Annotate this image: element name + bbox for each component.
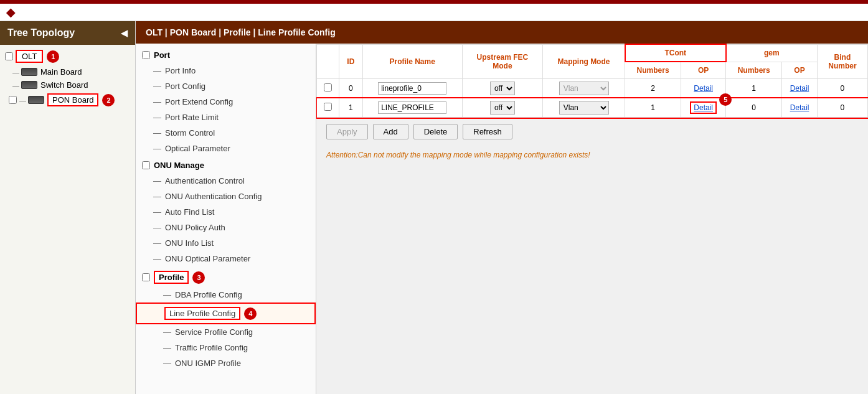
nav-item-onu-auth-config[interactable]: —ONU Authentication Config <box>136 189 316 204</box>
row1-profile-name-input[interactable] <box>378 101 446 114</box>
row0-tcont-numbers: 2 <box>625 79 681 98</box>
row0-tcont-op[interactable]: Detail <box>681 79 725 98</box>
row0-bind-number: 0 <box>817 79 867 98</box>
nav-item-port-extend-config[interactable]: —Port Extend Config <box>136 94 316 110</box>
th-tcont-numbers: Numbers <box>625 62 681 79</box>
profile-badge: 3 <box>192 271 205 284</box>
pon-board-checkbox[interactable] <box>9 96 17 104</box>
olt-row: OLT 1 <box>0 47 135 65</box>
row0-id: 0 <box>339 79 363 98</box>
row1-tcont-detail-link[interactable]: Detail <box>690 101 717 114</box>
add-button[interactable]: Add <box>373 124 408 139</box>
delete-button[interactable]: Delete <box>413 124 458 139</box>
tree-connector-3: — <box>19 96 26 104</box>
nav-item-onu-igmp-profile[interactable]: —ONU IGMP Profile <box>136 355 316 371</box>
sidebar: Tree Topology ◀ OLT 1 — Main Board — Swi… <box>0 21 136 394</box>
row1-profile-name[interactable] <box>362 98 462 118</box>
th-gem-op: OP <box>782 62 818 79</box>
row0-checkbox[interactable] <box>317 79 339 98</box>
row1-bind-number: 0 <box>817 98 867 118</box>
breadcrumb: OLT | PON Board | Profile | Line Profile… <box>136 21 868 44</box>
row0-fec-select[interactable]: off on <box>490 82 515 95</box>
row1-gem-op[interactable]: Detail <box>782 98 818 118</box>
nav-item-port-info[interactable]: —Port Info <box>136 63 316 78</box>
row0-upstream-fec[interactable]: off on <box>462 79 543 98</box>
port-checkbox[interactable] <box>142 51 150 59</box>
nav-item-port-rate-limit[interactable]: —Port Rate Limit <box>136 110 316 125</box>
main-panel: ID Profile Name Upstream FECMode Mapping… <box>316 44 868 394</box>
nav-item-dba-profile-config[interactable]: —DBA Profile Config <box>136 287 316 303</box>
olt-checkbox[interactable] <box>5 52 13 60</box>
th-id: ID <box>339 44 363 79</box>
content-body: Port —Port Info —Port Config —Port Exten… <box>136 44 868 394</box>
button-row: Apply Add Delete Refresh <box>316 118 868 146</box>
row1-mapping-select[interactable]: Vlan GemPort Priority <box>559 101 609 115</box>
th-gem-numbers: Numbers <box>726 62 782 79</box>
row1-fec-select[interactable]: off on <box>490 101 515 115</box>
th-mapping-mode: Mapping Mode <box>543 44 625 79</box>
th-bind-number: BindNumber <box>817 44 867 79</box>
table-row: 0 off on <box>317 79 868 98</box>
profile-checkbox[interactable] <box>142 273 150 281</box>
sidebar-tree: OLT 1 — Main Board — Switch Board — PON … <box>0 45 135 394</box>
sidebar-title: Tree Topology <box>7 27 75 39</box>
tree-connector-2: — <box>12 82 19 89</box>
apply-button[interactable]: Apply <box>326 124 368 139</box>
onu-manage-checkbox[interactable] <box>142 161 150 169</box>
nav-section-port: Port —Port Info —Port Config —Port Exten… <box>136 47 316 156</box>
onu-manage-header[interactable]: ONU Manage <box>136 157 316 173</box>
port-section-header[interactable]: Port <box>136 47 316 63</box>
nav-item-onu-optical-parameter[interactable]: —ONU Optical Parameter <box>136 251 316 266</box>
profile-section-header[interactable]: Profile 3 <box>136 268 316 287</box>
profile-label: Profile <box>154 271 189 284</box>
refresh-button[interactable]: Refresh <box>463 124 512 139</box>
row1-id: 1 <box>339 98 363 118</box>
nav-item-auth-control[interactable]: —Authentication Control <box>136 173 316 189</box>
row0-gem-op[interactable]: Detail <box>782 79 818 98</box>
row0-mapping-mode[interactable]: Vlan GemPort Priority <box>543 79 625 98</box>
nav-item-optical-parameter[interactable]: —Optical Parameter <box>136 141 316 156</box>
row1-gem-numbers: 0 <box>726 98 782 118</box>
switch-board-icon <box>21 81 37 89</box>
collapse-icon[interactable]: ◀ <box>121 28 128 38</box>
attention-text: Attention:Can not modify the mapping mod… <box>316 146 868 164</box>
onu-manage-label: ONU Manage <box>154 161 204 170</box>
pon-board-icon <box>28 96 44 104</box>
nav-item-storm-control[interactable]: —Storm Control <box>136 125 316 141</box>
nav-item-onu-info-list[interactable]: —ONU Info List <box>136 235 316 251</box>
tree-connector-1: — <box>12 68 19 76</box>
th-tcont-op: OP <box>681 62 725 79</box>
switch-board-row: — Switch Board <box>0 78 135 91</box>
switch-board-label[interactable]: Switch Board <box>40 80 88 90</box>
nav-item-auto-find-list[interactable]: —Auto Find List <box>136 204 316 220</box>
nav-item-port-config[interactable]: —Port Config <box>136 78 316 94</box>
content-area: OLT | PON Board | Profile | Line Profile… <box>136 21 868 394</box>
nav-section-profile: Profile 3 —DBA Profile Config Line Profi… <box>136 268 316 371</box>
row0-profile-name-input[interactable] <box>378 82 446 95</box>
logo-bar: ◆ <box>0 4 868 21</box>
line-profile-badge: 4 <box>244 307 257 320</box>
port-label: Port <box>154 50 170 60</box>
pon-board-badge: 2 <box>102 94 115 106</box>
row1-checkbox[interactable] <box>317 98 339 118</box>
row1-tcont-numbers: 1 <box>625 98 681 118</box>
row1-upstream-fec[interactable]: off on <box>462 98 543 118</box>
table-container: ID Profile Name Upstream FECMode Mapping… <box>316 44 868 118</box>
row1-mapping-mode[interactable]: Vlan GemPort Priority <box>543 98 625 118</box>
sidebar-header[interactable]: Tree Topology ◀ <box>0 21 135 45</box>
row0-mapping-select[interactable]: Vlan GemPort Priority <box>559 82 609 95</box>
main-board-label[interactable]: Main Board <box>40 67 82 77</box>
pon-board-row: — PON Board 2 <box>0 91 135 108</box>
table-row: 1 off on <box>317 98 868 118</box>
left-nav: Port —Port Info —Port Config —Port Exten… <box>136 44 316 394</box>
th-gem-group: gem <box>726 44 818 62</box>
nav-item-line-profile-config[interactable]: Line Profile Config 4 <box>136 303 316 324</box>
pon-board-node[interactable]: PON Board <box>47 93 98 106</box>
nav-item-onu-policy-auth[interactable]: —ONU Policy Auth <box>136 220 316 235</box>
olt-node[interactable]: OLT <box>16 50 43 63</box>
nav-item-traffic-profile-config[interactable]: —Traffic Profile Config <box>136 340 316 355</box>
th-tcont-group: TCont <box>625 44 726 62</box>
nav-item-service-profile-config[interactable]: —Service Profile Config <box>136 324 316 340</box>
row0-profile-name[interactable] <box>362 79 462 98</box>
row1-tcont-op[interactable]: Detail 5 <box>681 98 725 118</box>
